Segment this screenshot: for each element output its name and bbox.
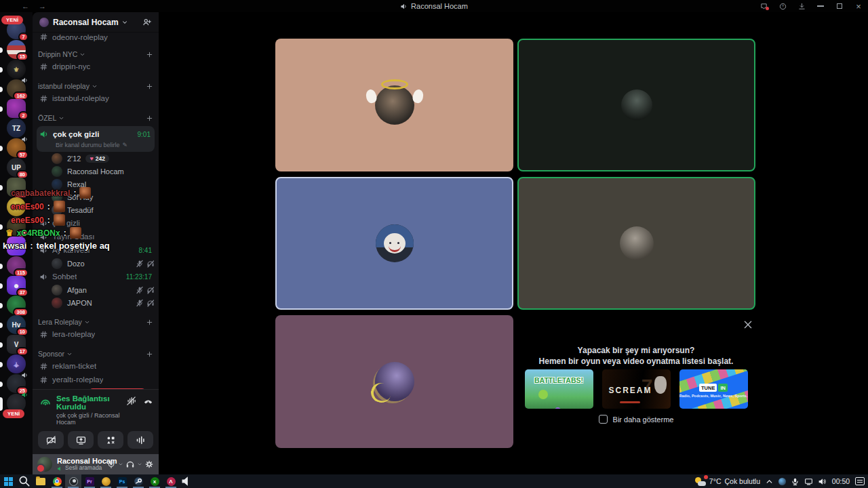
voice-tile-1[interactable] bbox=[275, 39, 513, 171]
taskbar-file-explorer[interactable] bbox=[33, 474, 49, 488]
server-icon[interactable]: 115 bbox=[7, 256, 26, 275]
voice-user-row[interactable]: JAPON bbox=[37, 296, 155, 309]
volume-tray-icon[interactable] bbox=[818, 477, 827, 486]
server-icon[interactable]: 15 bbox=[7, 40, 26, 59]
voice-tile-4[interactable] bbox=[517, 177, 755, 310]
disconnect-call-icon[interactable] bbox=[143, 396, 153, 406]
promo-card-tunein[interactable]: TUNEINRadio, Podcasts, Music, News, Spor… bbox=[679, 369, 748, 409]
taskbar-start[interactable] bbox=[0, 474, 16, 488]
noise-suppression-icon[interactable] bbox=[126, 396, 136, 406]
taskbar-photoshop[interactable]: Ps bbox=[114, 474, 130, 488]
server-icon[interactable]: 25 bbox=[7, 374, 26, 393]
taskbar-red-app[interactable]: Λ bbox=[163, 474, 179, 488]
text-channel[interactable]: yeraltı-roleplay bbox=[37, 373, 155, 386]
microphone-icon[interactable] bbox=[106, 460, 116, 469]
text-channel[interactable]: reklam-ticket bbox=[37, 359, 155, 373]
channel-category[interactable]: ÖZEL bbox=[37, 113, 155, 123]
tunein-green: IN bbox=[718, 384, 728, 392]
server-icon[interactable]: ☻37 bbox=[7, 276, 26, 295]
text-channel[interactable]: istanbul-roleplay bbox=[37, 92, 155, 105]
app-label: Λ bbox=[169, 479, 172, 485]
dismiss-checkbox[interactable] bbox=[599, 415, 608, 424]
nav-back-icon[interactable]: ← bbox=[22, 2, 29, 10]
voice-channel[interactable]: Sohbet11:23:17 bbox=[37, 270, 155, 283]
chevron-down-icon bbox=[79, 52, 85, 58]
soundboard-button[interactable] bbox=[127, 431, 153, 449]
server-icon[interactable]: ⚜ bbox=[7, 60, 26, 79]
taskbar-volume-app[interactable] bbox=[179, 474, 195, 488]
mic-tray-icon[interactable] bbox=[791, 477, 800, 486]
active-voice-channel[interactable]: çok çok gizli9:01Bir kanal durumu belirl… bbox=[37, 126, 155, 152]
voice-connected-label[interactable]: Ses Bağlantısı Kuruldu bbox=[56, 394, 126, 411]
text-channel[interactable]: drippin-nyc bbox=[37, 60, 155, 73]
voice-user-row[interactable]: Dozo bbox=[37, 257, 155, 270]
nav-forward-icon[interactable]: → bbox=[39, 2, 46, 10]
weather-widget[interactable]: 7°C Çok bulutlu bbox=[695, 477, 760, 486]
notification-center-icon[interactable] bbox=[855, 477, 865, 485]
channel-category[interactable]: Lera Roleplay bbox=[37, 317, 155, 327]
close-button[interactable]: × bbox=[849, 0, 868, 12]
taskbar-chrome[interactable] bbox=[49, 474, 65, 488]
server-icon[interactable]: YENİ bbox=[7, 394, 26, 413]
participant-avatar bbox=[375, 362, 414, 401]
promo-card-scream[interactable]: 7SCREAM bbox=[602, 369, 671, 409]
taskbar-xbox[interactable]: x bbox=[146, 474, 163, 488]
speaker-icon bbox=[400, 3, 408, 10]
mic-chevron-icon[interactable] bbox=[118, 462, 123, 467]
taskbar-premiere[interactable]: Pr bbox=[81, 474, 98, 488]
settings-gear-icon[interactable] bbox=[144, 460, 154, 469]
weather-desc: Çok bulutlu bbox=[724, 477, 760, 485]
taskbar-steam[interactable] bbox=[130, 474, 146, 488]
headphones-icon[interactable] bbox=[125, 460, 135, 469]
server-icon[interactable]: TZ bbox=[7, 119, 26, 138]
user-bar[interactable]: Raconsal Hocam Sesli aramada bbox=[33, 454, 159, 474]
headphones-chevron-icon[interactable] bbox=[137, 462, 142, 467]
voice-tile-5[interactable] bbox=[275, 315, 513, 448]
text-channel[interactable]: odeonv-roleplay bbox=[37, 33, 155, 41]
server-icon[interactable]: 308 bbox=[7, 296, 26, 314]
promo-card-battletabs[interactable]: BATTLETABS! bbox=[525, 369, 593, 409]
channel-status[interactable]: Bir kanal durumu belirle✎ bbox=[56, 142, 151, 148]
network-tray-icon[interactable] bbox=[804, 477, 813, 486]
help-button[interactable]: ? bbox=[773, 0, 792, 12]
voice-tile-2[interactable] bbox=[517, 39, 755, 171]
update-download-button[interactable] bbox=[792, 0, 811, 12]
server-header[interactable]: Raconsal Hocam bbox=[33, 12, 159, 33]
taskbar-game-orange[interactable] bbox=[98, 474, 114, 488]
tray-chevron-icon[interactable] bbox=[765, 477, 774, 486]
voice-tile-3[interactable] bbox=[275, 177, 513, 310]
avatar bbox=[52, 298, 62, 308]
server-icon[interactable]: V17 bbox=[7, 335, 26, 354]
minimize-button[interactable] bbox=[811, 0, 830, 12]
server-icon[interactable]: YENİ7 bbox=[7, 20, 26, 39]
activities-button[interactable] bbox=[98, 431, 123, 449]
text-channel[interactable]: lera-roleplay bbox=[37, 327, 155, 341]
channel-category[interactable]: Drippin NYC bbox=[37, 49, 155, 60]
voice-user-row[interactable]: 2'12♥242 bbox=[37, 152, 155, 165]
server-icon[interactable]: 162 bbox=[7, 79, 26, 98]
server-icon[interactable]: ⚶ bbox=[7, 354, 26, 373]
inbox-button[interactable] bbox=[754, 0, 773, 12]
channel-category[interactable]: Sponsor bbox=[37, 348, 155, 359]
server-rail-slot: YENİ bbox=[0, 394, 33, 413]
screen-share-button[interactable] bbox=[68, 431, 94, 449]
windows-taskbar: PrPsxΛ 7°C Çok bulutlu 00:50 bbox=[0, 474, 868, 488]
maximize-button[interactable] bbox=[830, 0, 849, 12]
voice-user-row[interactable]: Raconsal Hocam bbox=[37, 165, 155, 178]
server-icon[interactable]: 2 bbox=[7, 99, 26, 118]
camera-off-button[interactable] bbox=[38, 431, 64, 449]
clock[interactable]: 00:50 bbox=[831, 477, 850, 485]
channel-category[interactable]: istanbul roleplay bbox=[37, 81, 155, 92]
steam-tray-icon[interactable] bbox=[778, 478, 786, 485]
server-icon[interactable]: 57 bbox=[7, 138, 26, 157]
server-icon[interactable]: Hv10 bbox=[7, 315, 26, 334]
chat-author: eneEs00 bbox=[11, 216, 44, 225]
invite-member-icon[interactable] bbox=[142, 18, 152, 27]
promo-close-icon[interactable] bbox=[743, 319, 753, 330]
taskbar-obs[interactable] bbox=[65, 474, 81, 488]
voice-user-row[interactable]: Afgan bbox=[37, 283, 155, 296]
chrome-icon bbox=[53, 477, 62, 486]
xbox-icon: x bbox=[151, 477, 159, 486]
taskbar-search[interactable] bbox=[16, 474, 33, 488]
server-icon[interactable]: UP80 bbox=[7, 158, 26, 177]
